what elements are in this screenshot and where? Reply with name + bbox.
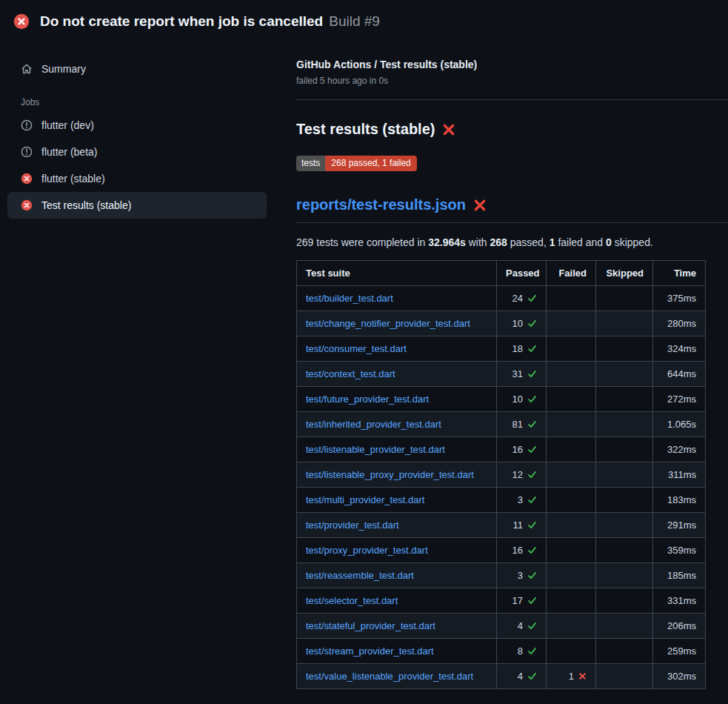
failed-cell — [547, 336, 596, 362]
run-build-number: Build #9 — [329, 13, 380, 30]
suite-link[interactable]: test/consumer_test.dart — [306, 343, 407, 354]
suite-cell: test/consumer_test.dart — [297, 336, 497, 362]
failed-cell — [547, 513, 596, 538]
run-status-line: failed 5 hours ago in 0s — [296, 76, 728, 86]
passed-count: 10 — [512, 393, 523, 405]
tests-badge-label: tests — [296, 156, 325, 171]
sidebar-item-label: flutter (stable) — [41, 173, 105, 185]
failed-cell — [547, 588, 596, 614]
table-row: test/stateful_provider_test.dart 4 — [297, 614, 706, 639]
suite-link[interactable]: test/proxy_provider_test.dart — [306, 545, 428, 556]
suite-link[interactable]: test/value_listenable_provider_test.dart — [306, 671, 473, 682]
time-cell: 375ms — [653, 286, 706, 311]
column-header-failed: Failed — [547, 261, 596, 286]
sidebar-item-flutter-dev[interactable]: flutter (dev) — [7, 112, 267, 139]
time-cell: 311ms — [653, 462, 706, 488]
sidebar-item-test-results-stable[interactable]: Test results (stable) — [7, 192, 267, 219]
suite-link[interactable]: test/inherited_provider_test.dart — [306, 419, 441, 430]
sidebar-item-flutter-beta[interactable]: flutter (beta) — [7, 139, 267, 165]
check-icon — [527, 621, 537, 631]
action-required-icon — [21, 146, 33, 158]
time-cell: 359ms — [653, 538, 706, 563]
check-icon — [527, 646, 537, 656]
divider — [296, 99, 728, 100]
skipped-cell — [596, 538, 653, 563]
passed-cell: 4 — [497, 614, 547, 639]
passed-count: 17 — [512, 595, 523, 606]
table-row: test/inherited_provider_test.dart 81 — [297, 412, 706, 437]
check-icon — [527, 319, 537, 328]
suite-link[interactable]: test/reassemble_test.dart — [306, 570, 414, 581]
passed-count: 11 — [513, 519, 524, 531]
suite-link[interactable]: test/listenable_proxy_provider_test.dart — [306, 469, 474, 480]
table-row: test/multi_provider_test.dart 3 — [297, 488, 706, 513]
suite-link[interactable]: test/selector_test.dart — [306, 595, 398, 606]
passed-count: 18 — [512, 343, 523, 354]
check-icon — [527, 571, 537, 580]
table-row: test/consumer_test.dart 18 — [297, 336, 706, 362]
skipped-cell — [596, 563, 653, 588]
skipped-cell — [596, 387, 653, 412]
passed-cell: 10 — [497, 311, 547, 336]
home-icon — [21, 63, 33, 75]
time-cell: 185ms — [653, 563, 706, 588]
check-icon — [527, 369, 537, 379]
report-link[interactable]: reports/test-results.json — [296, 196, 466, 213]
passed-cell: 3 — [497, 563, 547, 588]
failed-cell — [547, 311, 596, 336]
suite-link[interactable]: test/listenable_provider_test.dart — [306, 444, 445, 455]
failed-cell: 1 — [547, 664, 596, 689]
suite-cell: test/context_test.dart — [297, 362, 497, 387]
check-icon — [527, 495, 537, 505]
skipped-cell — [596, 437, 653, 462]
report-heading: reports/test-results.json — [296, 196, 728, 223]
passed-count: 31 — [512, 368, 523, 379]
skipped-cell — [596, 614, 653, 639]
passed-count: 8 — [518, 645, 523, 657]
suite-link[interactable]: test/provider_test.dart — [306, 519, 399, 531]
passed-cell: 8 — [497, 639, 547, 664]
suite-link[interactable]: test/context_test.dart — [306, 368, 395, 379]
passed-count: 3 — [518, 570, 523, 581]
suite-link[interactable]: test/stream_provider_test.dart — [306, 645, 434, 657]
table-row: test/reassemble_test.dart 3 — [297, 563, 706, 588]
suite-link[interactable]: test/stateful_provider_test.dart — [306, 620, 435, 631]
check-icon — [527, 419, 537, 429]
time-cell: 324ms — [653, 336, 706, 362]
passed-count: 12 — [512, 469, 523, 480]
suite-cell: test/change_notifier_provider_test.dart — [297, 311, 497, 336]
sidebar-item-label: Test results (stable) — [41, 199, 131, 211]
failed-cell — [547, 387, 596, 412]
failed-cell — [547, 437, 596, 462]
table-row: test/stream_provider_test.dart 8 — [297, 639, 706, 664]
passed-cell: 3 — [497, 488, 547, 513]
action-required-icon — [21, 119, 33, 131]
summary-text: passed, — [507, 236, 550, 248]
passed-cell: 16 — [497, 437, 547, 462]
suite-link[interactable]: test/change_notifier_provider_test.dart — [306, 318, 470, 329]
failed-x-icon — [442, 123, 455, 136]
breadcrumb: GitHub Actions / Test results (stable) — [296, 59, 728, 70]
suite-link[interactable]: test/multi_provider_test.dart — [306, 494, 424, 505]
suite-link[interactable]: test/future_provider_test.dart — [306, 393, 429, 405]
suite-link[interactable]: test/builder_test.dart — [306, 293, 393, 304]
sidebar-item-flutter-stable[interactable]: flutter (stable) — [7, 165, 267, 192]
sidebar-item-summary[interactable]: Summary — [7, 56, 267, 82]
summary-text: 269 tests were completed in — [296, 236, 428, 248]
section-title-text: Test results (stable) — [296, 121, 435, 138]
failed-cell — [547, 538, 596, 563]
column-header-time: Time — [653, 261, 706, 286]
jobs-heading: Jobs — [7, 82, 267, 112]
failed-circle-icon — [21, 199, 33, 211]
sidebar-item-label: flutter (beta) — [41, 146, 97, 158]
passed-count: 24 — [512, 293, 523, 304]
check-icon — [527, 596, 537, 605]
time-cell: 644ms — [653, 362, 706, 387]
failed-cell — [547, 614, 596, 639]
passed-cell: 81 — [497, 412, 547, 437]
skipped-cell — [596, 513, 653, 538]
skipped-cell — [596, 639, 653, 664]
summary-text: failed and — [555, 236, 607, 248]
summary-passed-count: 268 — [490, 236, 507, 248]
skipped-cell — [596, 588, 653, 614]
